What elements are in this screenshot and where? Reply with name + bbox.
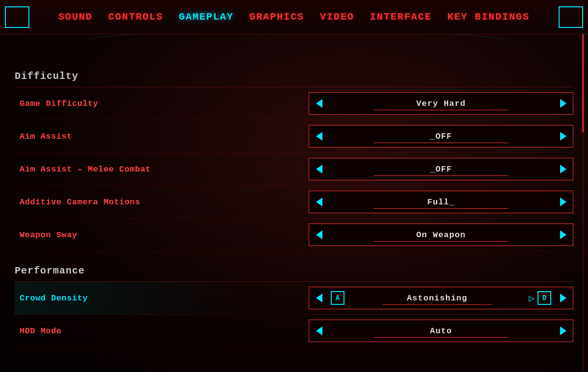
arrow-right-icon	[560, 132, 566, 141]
setting-label-weapon-sway: Weapon Sway	[15, 230, 309, 240]
arrow-right-crowd-density[interactable]	[553, 287, 573, 309]
arrow-right-icon	[560, 99, 566, 108]
arrow-left-hdd-mode[interactable]	[309, 320, 329, 342]
control-widget-aim-assist: _OFF	[309, 125, 573, 148]
arrow-left-icon	[316, 230, 322, 239]
setting-row-additive-camera: Additive Camera MotionsFull_	[15, 186, 573, 219]
setting-label-hdd-mode: HDD Mode	[15, 326, 309, 336]
arrow-left-game-difficulty[interactable]	[309, 93, 329, 114]
nav-underline	[0, 34, 588, 59]
arrow-left-aim-assist[interactable]	[309, 125, 329, 147]
setting-label-additive-camera: Additive Camera Motions	[15, 198, 309, 207]
nav-tabs: SOUNDCONTROLSGAMEPLAYGRAPHICSVIDEOINTERF…	[34, 11, 554, 23]
arrow-right-game-difficulty[interactable]	[553, 93, 573, 114]
settings-content: DifficultyGame DifficultyVery HardAim As…	[0, 59, 588, 357]
arrow-left-crowd-density[interactable]	[309, 287, 329, 309]
arrow-left-icon	[316, 165, 322, 174]
arrow-left-icon	[316, 198, 322, 206]
arrow-left-weapon-sway[interactable]	[309, 224, 329, 246]
setting-row-hdd-mode: HDD ModeAuto	[15, 315, 573, 347]
section-header-performance: Performance	[15, 258, 573, 282]
key-badge-d[interactable]: D	[538, 291, 551, 305]
arrow-right-icon	[560, 198, 566, 206]
section-header-difficulty: Difficulty	[15, 64, 573, 87]
arrow-left-icon	[316, 294, 322, 302]
control-value-crowd-density: Astonishing	[346, 294, 528, 303]
nav-curve-decoration	[74, 34, 514, 59]
control-value-additive-camera: Full_	[329, 198, 553, 207]
setting-row-crowd-density: Crowd DensityAAstonishing▷D	[15, 282, 573, 315]
arrow-left-additive-camera[interactable]	[309, 191, 329, 213]
nav-tab-key-bindings[interactable]: KEY BINDINGS	[447, 11, 530, 23]
setting-label-game-difficulty: Game Difficulty	[15, 99, 309, 108]
cursor-icon: ▷	[529, 292, 535, 304]
arrow-right-icon	[560, 326, 566, 335]
control-value-hdd-mode: Auto	[329, 326, 553, 336]
arrow-right-hdd-mode[interactable]	[553, 320, 573, 342]
control-value-game-difficulty: Very Hard	[329, 99, 553, 108]
control-widget-hdd-mode: Auto	[309, 320, 573, 342]
arrow-right-icon	[560, 294, 566, 302]
setting-label-aim-assist: Aim Assist	[15, 132, 309, 141]
setting-label-aim-assist-melee: Aim Assist – Melee Combat	[15, 165, 309, 174]
setting-row-aim-assist: Aim Assist_OFF	[15, 120, 573, 153]
nav-tab-controls[interactable]: CONTROLS	[108, 11, 163, 23]
arrow-right-aim-assist-melee[interactable]	[553, 158, 573, 180]
control-widget-aim-assist-melee: _OFF	[309, 158, 573, 180]
nav-bar: SOUNDCONTROLSGAMEPLAYGRAPHICSVIDEOINTERF…	[0, 0, 588, 34]
setting-row-game-difficulty: Game DifficultyVery Hard	[15, 87, 573, 120]
arrow-left-aim-assist-melee[interactable]	[309, 158, 329, 180]
nav-tab-interface[interactable]: INTERFACE	[370, 11, 432, 23]
control-widget-additive-camera: Full_	[309, 191, 573, 213]
nav-bracket-left[interactable]	[5, 6, 29, 28]
key-badge-a[interactable]: A	[331, 291, 344, 305]
arrow-right-weapon-sway[interactable]	[553, 224, 573, 246]
setting-label-crowd-density: Crowd Density	[15, 294, 309, 303]
control-value-aim-assist: _OFF	[329, 132, 553, 141]
control-widget-weapon-sway: On Weapon	[309, 223, 573, 246]
arrow-right-icon	[560, 230, 566, 239]
control-widget-crowd-density: AAstonishing▷D	[309, 287, 573, 309]
nav-tab-gameplay[interactable]: GAMEPLAY	[179, 11, 234, 23]
control-value-weapon-sway: On Weapon	[329, 230, 553, 240]
control-value-aim-assist-melee: _OFF	[329, 165, 553, 174]
setting-row-aim-assist-melee: Aim Assist – Melee Combat_OFF	[15, 153, 573, 186]
setting-row-weapon-sway: Weapon SwayOn Weapon	[15, 219, 573, 251]
arrow-right-icon	[560, 165, 566, 174]
arrow-left-icon	[316, 99, 322, 108]
arrow-left-icon	[316, 132, 322, 141]
arrow-right-additive-camera[interactable]	[553, 191, 573, 213]
arrow-left-icon	[316, 326, 322, 335]
nav-tab-graphics[interactable]: GRAPHICS	[249, 11, 304, 23]
nav-tab-sound[interactable]: SOUND	[58, 11, 93, 23]
control-widget-game-difficulty: Very Hard	[309, 92, 573, 115]
nav-tab-video[interactable]: VIDEO	[320, 11, 354, 23]
nav-bracket-right[interactable]	[559, 6, 583, 28]
arrow-right-aim-assist[interactable]	[553, 125, 573, 147]
